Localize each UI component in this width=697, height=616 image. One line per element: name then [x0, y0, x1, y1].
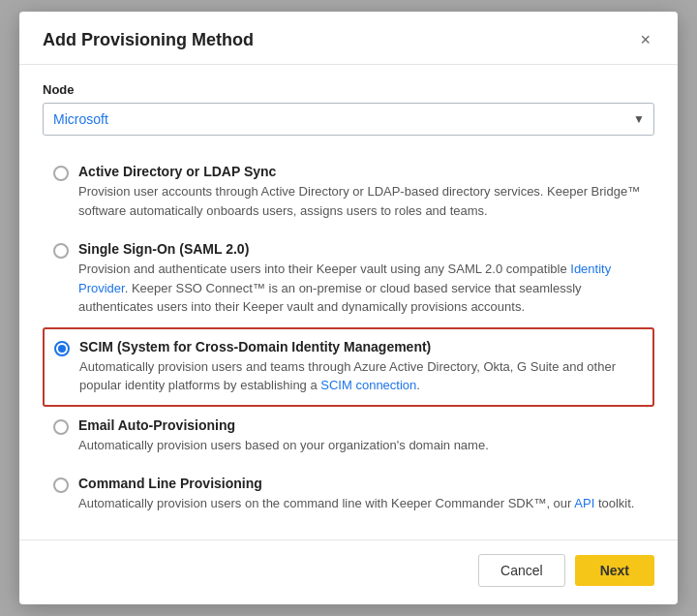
- option-desc-email-auto: Automatically provision users based on y…: [78, 436, 644, 455]
- option-title-ad-ldap: Active Directory or LDAP Sync: [78, 164, 644, 179]
- radio-scim[interactable]: [54, 341, 70, 356]
- option-content-ad-ldap: Active Directory or LDAP Sync Provision …: [78, 164, 644, 220]
- option-desc-scim: Automatically provision users and teams …: [79, 357, 643, 395]
- dialog-header: Add Provisioning Method ×: [19, 12, 678, 65]
- radio-scim-inner: [58, 345, 66, 353]
- option-command-line[interactable]: Command Line Provisioning Automatically …: [43, 465, 654, 524]
- radio-email-auto[interactable]: [53, 419, 69, 435]
- option-content-scim: SCIM (System for Cross-Domain Identity M…: [79, 339, 643, 395]
- close-button[interactable]: ×: [636, 29, 654, 50]
- add-provisioning-dialog: Add Provisioning Method × Node Microsoft…: [19, 12, 678, 604]
- option-desc-ad-ldap: Provision user accounts through Active D…: [78, 182, 644, 220]
- option-content-email-auto: Email Auto-Provisioning Automatically pr…: [78, 417, 644, 455]
- cancel-button[interactable]: Cancel: [478, 554, 565, 587]
- option-sso-saml[interactable]: Single Sign-On (SAML 2.0) Provision and …: [43, 231, 654, 327]
- node-select[interactable]: Microsoft: [43, 103, 654, 136]
- option-scim[interactable]: SCIM (System for Cross-Domain Identity M…: [43, 327, 654, 407]
- option-title-email-auto: Email Auto-Provisioning: [78, 417, 644, 433]
- dialog-body: Node Microsoft ▼ Active Directory or LDA…: [19, 65, 678, 539]
- option-email-auto[interactable]: Email Auto-Provisioning Automatically pr…: [43, 407, 654, 466]
- dialog-title: Add Provisioning Method: [43, 30, 254, 50]
- option-desc-command-line: Automatically provision users on the com…: [78, 494, 644, 513]
- radio-command-line[interactable]: [53, 477, 69, 493]
- radio-ad-ldap[interactable]: [53, 166, 69, 181]
- option-title-command-line: Command Line Provisioning: [78, 476, 644, 491]
- scim-connection-link[interactable]: SCIM connection: [320, 378, 416, 392]
- radio-sso-saml[interactable]: [53, 243, 69, 259]
- dialog-overlay: Add Provisioning Method × Node Microsoft…: [0, 0, 697, 616]
- api-link[interactable]: API: [574, 496, 594, 510]
- option-ad-ldap[interactable]: Active Directory or LDAP Sync Provision …: [43, 153, 654, 231]
- option-title-scim: SCIM (System for Cross-Domain Identity M…: [79, 339, 643, 354]
- option-content-sso-saml: Single Sign-On (SAML 2.0) Provision and …: [78, 241, 644, 317]
- dialog-footer: Cancel Next: [19, 539, 678, 604]
- identity-provider-link[interactable]: Identity Provider: [78, 262, 611, 295]
- node-label: Node: [43, 82, 654, 97]
- option-desc-sso-saml: Provision and authenticate users into th…: [78, 260, 644, 317]
- option-title-sso-saml: Single Sign-On (SAML 2.0): [78, 241, 644, 257]
- node-select-wrapper: Microsoft ▼: [43, 103, 654, 136]
- next-button[interactable]: Next: [575, 555, 654, 586]
- option-content-command-line: Command Line Provisioning Automatically …: [78, 476, 644, 513]
- provisioning-options-list: Active Directory or LDAP Sync Provision …: [43, 153, 654, 524]
